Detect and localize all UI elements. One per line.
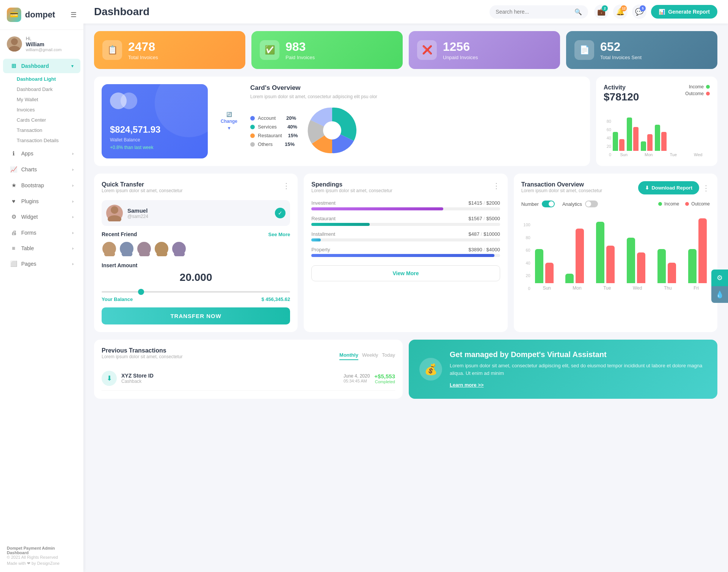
search-icon: 🔍	[574, 8, 582, 16]
restaurant-label: Restaurant	[311, 216, 336, 221]
trans-item-type: Cashback	[121, 379, 339, 384]
trans-overview-menu[interactable]: ⋮	[702, 183, 710, 193]
outcome-bar-tue	[647, 134, 653, 151]
stat-card-sent-invoices: 📄 652 Total Invoices Sent	[566, 31, 717, 69]
sidebar-item-plugins[interactable]: ♥ Plugins ›	[3, 194, 80, 208]
svg-point-11	[158, 244, 165, 250]
avatar	[7, 36, 22, 52]
trans-x-labels: Sun Mon Tue Wed Thu Fri	[532, 285, 710, 291]
quick-transfer-menu[interactable]: ⋮	[282, 181, 290, 190]
logo-text: dompet	[25, 10, 55, 20]
trans-outcome-legend: Outcome	[685, 201, 710, 207]
hamburger-icon[interactable]: ☰	[71, 11, 77, 19]
pie-svg	[306, 104, 359, 157]
svg-point-3	[111, 206, 118, 214]
sidebar-item-table[interactable]: ≡ Table ›	[3, 241, 80, 255]
sub-dashboard-dark[interactable]: Dashboard Dark	[12, 84, 83, 94]
total-invoices-label: Total Invoices	[128, 55, 158, 60]
sub-invoices[interactable]: Invoices	[12, 105, 83, 115]
toggle-row: Number Analytics Inc	[521, 201, 710, 207]
amount-slider[interactable]	[102, 291, 290, 293]
view-more-button[interactable]: View More	[311, 265, 500, 281]
big-income-fri	[688, 249, 697, 283]
activity-amount: $78120	[604, 91, 639, 103]
sidebar-item-bootstrap[interactable]: ★ Bootstrap ›	[3, 178, 80, 193]
last-row: Previous Transactions Lorem ipsum dolor …	[94, 340, 717, 399]
sidebar-item-dashboard[interactable]: ⊞ Dashboard ▾	[3, 59, 80, 73]
property-bar	[311, 254, 494, 257]
wallet-icon-btn[interactable]: 💼 2	[594, 5, 609, 19]
tab-monthly[interactable]: Monthly	[339, 352, 358, 360]
generate-label: Generate Report	[668, 9, 710, 15]
big-bar-sun	[532, 249, 557, 283]
friend-avatar-5	[171, 241, 187, 256]
trans-item-name: XYZ Store ID	[121, 373, 339, 379]
charts-arrow: ›	[72, 167, 74, 172]
trans-outcome-label: Outcome	[691, 201, 710, 207]
sub-dashboard-light[interactable]: Dashboard Light	[12, 74, 83, 84]
number-switch[interactable]	[542, 201, 555, 207]
generate-report-button[interactable]: 📊 Generate Report	[651, 5, 717, 19]
big-bar-wed	[624, 238, 648, 283]
transfer-user-row: Samuel @sam224 ✓	[102, 200, 290, 226]
spendings-menu[interactable]: ⋮	[493, 181, 500, 190]
download-report-button[interactable]: ⬇ Download Report	[638, 181, 699, 194]
spending-investment: Investment $1415 / $2000	[311, 200, 500, 210]
label-wed: Wed	[694, 152, 702, 157]
sidebar-item-apps[interactable]: ℹ Apps ›	[3, 146, 80, 161]
restaurant-amount: $1567 / $5000	[469, 216, 500, 221]
big-income-sun	[535, 249, 543, 283]
transfer-now-button[interactable]: TRANSFER NOW	[102, 307, 290, 324]
prev-trans-title: Previous Transactions	[102, 347, 182, 354]
see-all-link[interactable]: See More	[268, 232, 290, 237]
logo-icon: 💳	[7, 8, 21, 22]
y-axis-labels: 020406080	[604, 119, 613, 157]
chevron-down-icon: ▾	[228, 125, 230, 131]
bar-group-sun	[613, 132, 624, 151]
sidebar-item-charts[interactable]: 📈 Charts ›	[3, 162, 80, 177]
trans-overview-title: Transaction Overview	[521, 181, 602, 188]
insert-amount-label: Insert Amount	[102, 262, 290, 268]
big-bar-tue	[593, 222, 618, 283]
sub-transaction-details[interactable]: Transaction Details	[12, 135, 83, 146]
va-learn-more-link[interactable]: Learn more >>	[450, 382, 484, 388]
transfer-avatar	[106, 205, 123, 221]
virtual-assistant-card: 💰 Get managed by Dompet's Virtual Assist…	[409, 340, 717, 399]
outcome-bar-wed	[661, 132, 667, 151]
big-income-wed	[627, 238, 635, 283]
va-title: Get managed by Dompet's Virtual Assistan…	[450, 350, 707, 359]
income-legend: Income	[689, 84, 710, 89]
svg-point-5	[106, 244, 113, 250]
restaurant-dot	[250, 133, 255, 138]
settings-float-button[interactable]: ⚙	[711, 270, 728, 286]
sub-cards-center[interactable]: Cards Center	[12, 115, 83, 125]
trans-label-fri: Fri	[693, 285, 699, 291]
sidebar-item-widget[interactable]: ⚙ Widget ›	[3, 210, 80, 224]
tab-today[interactable]: Today	[382, 352, 395, 360]
sub-my-wallet[interactable]: My Wallet	[12, 94, 83, 105]
search-input[interactable]	[496, 9, 571, 15]
big-outcome-sun	[545, 263, 554, 283]
property-label: Property	[311, 247, 330, 252]
label-tue: Tue	[670, 152, 677, 157]
analytics-knob	[586, 201, 591, 207]
svg-point-6	[104, 251, 115, 256]
chat-icon-btn[interactable]: 💬 5	[632, 5, 646, 19]
charts-icon: 📈	[10, 166, 17, 173]
bell-icon-btn[interactable]: 🔔 12	[613, 5, 628, 19]
sidebar-item-forms[interactable]: 🖨 Forms ›	[3, 226, 80, 240]
footer-brand: Dompet Payment Admin Dashboard	[7, 546, 77, 555]
outcome-legend: Outcome	[685, 91, 710, 96]
svg-point-2	[323, 121, 341, 139]
search-box[interactable]: 🔍	[490, 5, 588, 19]
check-circle-icon: ✓	[275, 208, 286, 218]
water-float-button[interactable]: 💧	[711, 286, 728, 303]
analytics-switch[interactable]	[585, 201, 598, 207]
dashboard-icon: ⊞	[10, 63, 17, 69]
change-button[interactable]: 🔄 Change ▾	[215, 84, 243, 158]
change-label: Change	[221, 119, 237, 124]
tab-weekly[interactable]: Weekly	[362, 352, 378, 360]
sidebar-item-pages[interactable]: ⬜ Pages ›	[3, 257, 80, 271]
sub-transaction[interactable]: Transaction	[12, 125, 83, 135]
svg-point-8	[122, 251, 133, 256]
